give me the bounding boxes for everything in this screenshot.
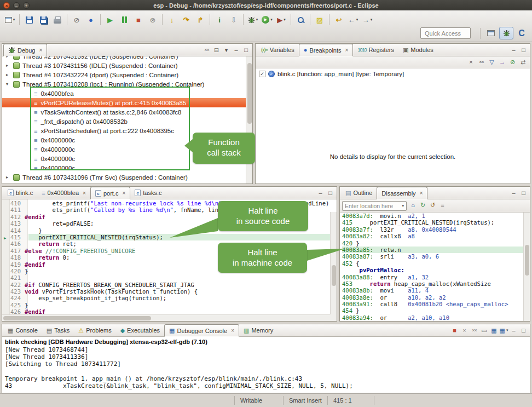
new-wizard-icon[interactable]: ▾ <box>3 13 16 26</box>
code-line[interactable]: 410 ets_printf("Last non-recursive lock … <box>2 200 330 207</box>
breakpoint-item[interactable]: ✓✓blink.c [function: app_main] [type: Te… <box>256 68 530 79</box>
step-return-icon[interactable]: ↱ <box>194 13 207 26</box>
c-cpp-perspective-button[interactable]: C <box>514 27 529 39</box>
tab-problems[interactable]: ⚠Problems <box>74 324 115 336</box>
code-line[interactable]: 412#endif <box>2 214 330 220</box>
editor-vertical-scrollbar[interactable] <box>330 212 337 314</box>
disasm-row[interactable]: 454 } <box>342 307 523 314</box>
code-line[interactable]: 416 return ret; <box>2 240 330 247</box>
code-line[interactable]: 426#endif <box>2 308 330 314</box>
stack-frame-row[interactable]: ≡0x4000000c <box>2 163 246 173</box>
view-settings-icon[interactable]: ≡ <box>438 200 447 209</box>
source-code-area[interactable]: 410 ets_printf("Last non-recursive lock … <box>2 200 330 314</box>
tab-debug[interactable]: Debug× <box>3 44 47 56</box>
save-icon[interactable] <box>22 13 36 26</box>
code-line[interactable]: 415 portEXIT_CRITICAL_NESTED(irqStatus); <box>2 234 330 240</box>
disasm-row[interactable]: pvPortMalloc: <box>342 267 523 273</box>
last-edit-location-icon[interactable]: ↩ <box>332 13 345 26</box>
disasm-row[interactable]: 40083a7f: l32r a8, 0x40080544 <box>342 226 523 233</box>
drop-to-frame-icon[interactable]: ⇩ <box>227 13 240 26</box>
view-menu-icon[interactable]: ▾ <box>222 45 231 54</box>
print-icon[interactable] <box>51 13 64 26</box>
debug-scrollbar[interactable] <box>246 56 252 184</box>
maximize-icon[interactable]: □ <box>519 188 528 197</box>
thread-row[interactable]: ▸Thread #3 1073431156 (IDLE) (Suspended … <box>2 61 246 70</box>
editor-horizontal-scrollbar[interactable] <box>2 314 330 321</box>
suspend-icon[interactable] <box>118 13 131 26</box>
back-icon[interactable]: ←▾ <box>346 13 360 26</box>
clear-console-icon[interactable]: ▭ <box>479 326 489 335</box>
tab-registers[interactable]: 1010Registers <box>353 44 398 56</box>
thread-row[interactable]: ▸Thread #6 1073431096 (Tmr Svc) (Suspend… <box>2 173 246 182</box>
minimize-icon[interactable]: – <box>509 188 518 197</box>
code-line[interactable]: 417#else //!CONFIG_FREERTOS_UNICORE <box>2 248 330 254</box>
display-selected-console-icon[interactable]: ▦ <box>489 326 499 335</box>
expand-arrow-icon[interactable]: ▸ <box>6 56 11 59</box>
disasm-row[interactable]: 415 portEXIT_CRITICAL_NESTED(irqStatus); <box>342 219 523 226</box>
close-tab-icon[interactable]: × <box>83 190 86 196</box>
new-breakpoint-icon[interactable]: ● <box>84 13 97 26</box>
show-supported-breakpoints-icon[interactable]: ▽ <box>487 58 496 67</box>
disasm-row[interactable]: 40083a7d: movi.n a2, 1 <box>342 213 523 219</box>
remove-breakpoint-icon[interactable]: × <box>466 58 476 67</box>
expand-arrow-icon[interactable]: ▸ <box>6 63 11 68</box>
tab-executables[interactable]: ◆Executables <box>116 324 164 336</box>
insert-mode-status[interactable]: Smart Insert <box>284 397 327 404</box>
resume-icon[interactable]: ▶ <box>103 13 117 26</box>
minimize-icon[interactable]: – <box>509 45 518 54</box>
stack-frame-row[interactable]: ≡0x4000bfea <box>2 89 246 98</box>
remove-all-breakpoints-icon[interactable]: ×× <box>477 58 486 67</box>
expand-arrow-icon[interactable]: ▾ <box>6 82 11 87</box>
code-line[interactable]: 422#if CONFIG_FREERTOS_BREAK_ON_SCHEDULE… <box>2 282 330 288</box>
maximize-icon[interactable]: □ <box>326 188 335 197</box>
collapse-all-icon[interactable]: ⊟ <box>212 45 221 54</box>
scrollbar-thumb[interactable] <box>525 245 529 275</box>
disasm-row[interactable]: 40083a8b: movi a11, 4 <box>342 287 523 294</box>
thread-row[interactable]: ▸Thread #4 1073432224 (dport) (Suspended… <box>2 70 246 79</box>
open-console-icon[interactable]: ▦▾ <box>499 326 508 335</box>
link-with-debug-icon[interactable]: ⇄ <box>518 58 528 67</box>
code-editor[interactable]: 410 ets_printf("Last non-recursive lock … <box>2 199 337 321</box>
stack-frame-row[interactable]: ≡0x4000000c <box>2 135 246 145</box>
sync-selection-icon[interactable]: ↺ <box>428 200 437 209</box>
maximize-icon[interactable]: □ <box>241 45 251 54</box>
terminate-icon[interactable]: ■ <box>132 13 145 26</box>
chevron-down-icon[interactable]: ▾ <box>402 204 404 208</box>
code-line[interactable]: 411 ets_printf("Called by %s line %d\n",… <box>2 207 330 213</box>
maximize-window-button[interactable]: + <box>23 2 30 9</box>
disasm-row[interactable]: 40083a87: srli a3, a0, 6 <box>342 253 523 260</box>
scrollbar-thumb[interactable] <box>247 63 252 124</box>
refresh-icon[interactable]: ↻ <box>418 200 427 209</box>
disassembly-listing[interactable]: 40083a7d: movi.n a2, 1415 portEXIT_CRITI… <box>340 213 523 321</box>
close-tab-icon[interactable]: × <box>420 190 423 196</box>
tab-tasks-c[interactable]: ctasks.c <box>130 187 166 199</box>
stack-frame-row[interactable]: ≡vPortCPUReleaseMutex() at port.c:415 0x… <box>2 98 246 107</box>
terminate-console-icon[interactable]: ■ <box>450 326 459 335</box>
code-line[interactable]: 424 esp_set_breakpoint_if_jtag(function)… <box>2 295 330 301</box>
location-input[interactable]: Enter location here ▾ <box>342 201 407 211</box>
close-window-button[interactable]: × <box>3 2 10 9</box>
minimize-icon[interactable]: – <box>509 326 518 335</box>
remove-all-terminated-icon[interactable]: ×× <box>202 45 211 54</box>
minimize-window-button[interactable]: – <box>13 2 20 9</box>
expand-arrow-icon[interactable]: ▸ <box>6 72 11 77</box>
close-tab-icon[interactable]: × <box>39 47 42 53</box>
code-line[interactable]: 421 <box>2 274 330 281</box>
disconnect-icon[interactable]: ⊗ <box>146 13 159 26</box>
code-line[interactable]: 418 return 0; <box>2 254 330 261</box>
remove-launch-icon[interactable]: × <box>460 326 469 335</box>
instruction-stepping-icon[interactable]: i <box>213 13 226 26</box>
scrollbar-thumb[interactable] <box>3 316 151 320</box>
tab-port-c[interactable]: cport.c× <box>90 187 130 199</box>
tab-memory[interactable]: ▥Memory <box>239 324 277 336</box>
disasm-row[interactable]: 40083a82: callx8 a8 <box>342 233 523 239</box>
minimize-icon[interactable]: – <box>316 188 325 197</box>
breakpoints-list[interactable]: ✓✓blink.c [function: app_main] [type: Te… <box>256 68 530 184</box>
maximize-icon[interactable]: □ <box>519 45 528 54</box>
disasm-row[interactable]: 40083a91: call8 0x40081b20 <heap_caps_ma… <box>342 301 523 307</box>
code-line[interactable]: 419#endif <box>2 261 330 268</box>
disasm-row[interactable]: 40083a85: retw.n <box>342 247 523 253</box>
forward-icon[interactable]: →▾ <box>361 13 374 26</box>
disasm-row[interactable]: 420 } <box>342 240 523 247</box>
search-icon[interactable] <box>294 13 307 26</box>
